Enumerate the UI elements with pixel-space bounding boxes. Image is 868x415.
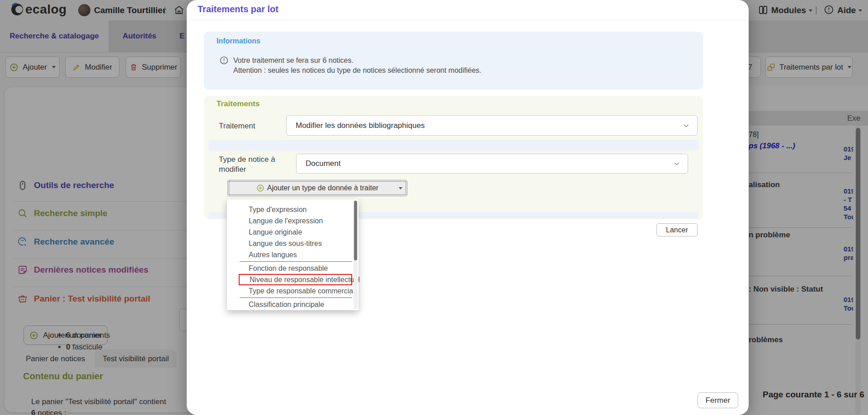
type-notice-label-line2: modifier: [219, 165, 246, 174]
type-notice-value: Document: [306, 159, 340, 168]
dropdown-option[interactable]: Langue de l'expression: [227, 215, 359, 226]
fermer-button[interactable]: Fermer: [698, 392, 738, 408]
alert-circle-icon: [219, 56, 229, 65]
informations-title: Informations: [217, 37, 260, 45]
lancer-button[interactable]: Lancer: [656, 223, 698, 236]
plus-circle-icon: [256, 184, 264, 192]
screen: ecalog Camille Tourtillier | Modules | A…: [0, 0, 868, 415]
add-data-type-select[interactable]: Ajouter un type de donnée à traiter: [227, 180, 407, 196]
type-notice-label-line1: Type de notice à: [219, 155, 275, 164]
dropdown-option[interactable]: Type de responsable commercial: [227, 285, 359, 297]
dropdown-option[interactable]: Fonction de responsable: [227, 263, 359, 274]
add-data-type-label: Ajouter un type de donnée à traiter: [267, 184, 378, 192]
traitement-label: Traitement: [219, 121, 255, 131]
section-strip: [208, 140, 698, 151]
dropdown-option-highlighted[interactable]: Niveau de responsable intellectuel: [240, 275, 351, 284]
dropdown-option[interactable]: Langue des sous-titres: [227, 238, 359, 249]
informations-box: Informations Votre traitement se fera su…: [204, 32, 703, 90]
dropdown-option[interactable]: Classification principale: [227, 299, 359, 310]
dropdown-separator: [240, 261, 352, 262]
dropdown-separator: [240, 297, 352, 298]
traitements-section-title: Traitements: [217, 99, 259, 108]
divider: [187, 20, 749, 20]
dropdown-scrollbar-thumb[interactable]: [354, 201, 357, 260]
chevron-down-icon: [682, 121, 691, 130]
type-notice-select[interactable]: Document: [296, 154, 688, 174]
data-type-dropdown-list: Type d'expression Langue de l'expression…: [227, 199, 359, 310]
highlight-box: Niveau de responsable intellectuel: [239, 274, 352, 285]
traitements-par-lot-modal: Traitements par lot Informations Votre t…: [187, 0, 749, 415]
caret-down-icon: [399, 187, 402, 189]
dropdown-option[interactable]: Autres langues: [227, 249, 359, 260]
type-notice-label: Type de notice à modifier: [219, 155, 275, 174]
modal-title: Traitements par lot: [198, 4, 278, 14]
dropdown-option[interactable]: Langue originale: [227, 226, 359, 238]
dropdown-option[interactable]: Type d'expression: [227, 204, 359, 215]
info-line-2: Attention : seules les notices du type d…: [233, 66, 481, 75]
info-line-1: Votre traitement se fera sur 6 notices.: [233, 57, 354, 65]
chevron-down-icon: [672, 159, 681, 168]
traitement-value: Modifier les données bibliographiques: [296, 121, 425, 130]
traitement-select[interactable]: Modifier les données bibliographiques: [286, 115, 698, 136]
